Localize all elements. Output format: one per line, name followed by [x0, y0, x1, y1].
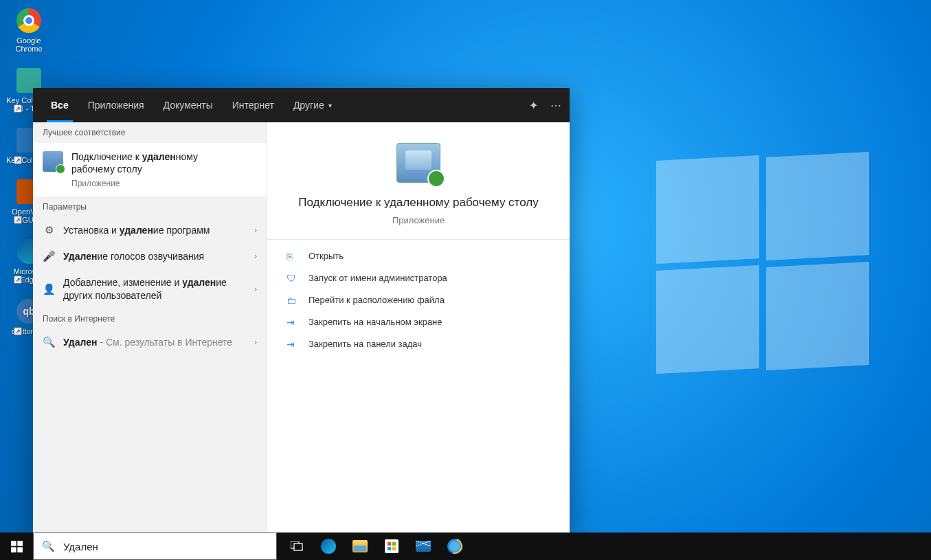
action-pin-taskbar[interactable]: ⇥ Закрепить на панели задач	[267, 333, 570, 355]
gear-icon: ⚙	[43, 224, 55, 236]
chrome-icon	[16, 8, 41, 33]
tab-all[interactable]: Все	[41, 88, 78, 122]
folder-icon	[352, 540, 368, 552]
tab-more[interactable]: Другие▾	[284, 88, 341, 122]
action-file-location[interactable]: 🗀 Перейти к расположению файла	[267, 289, 570, 311]
best-match-item[interactable]: Подключение к удаленному рабочему столу …	[33, 143, 267, 197]
rdp-icon-large	[396, 143, 440, 183]
taskbar-store[interactable]	[376, 533, 407, 560]
preview-pane: Подключение к удаленному рабочему столу …	[267, 122, 570, 533]
feedback-icon[interactable]: ✦	[529, 99, 538, 112]
chevron-down-icon: ▾	[328, 102, 332, 109]
search-panel: Все Приложения Документы Интернет Другие…	[33, 88, 570, 533]
chevron-right-icon: ›	[254, 337, 257, 347]
taskbar-search-box[interactable]: 🔍	[33, 533, 277, 560]
chevron-right-icon: ›	[254, 284, 257, 294]
windows-logo-bg	[656, 158, 876, 378]
action-label: Открыть	[309, 251, 344, 261]
user-icon: 👤	[43, 283, 55, 295]
search-icon: 🔍	[43, 336, 55, 348]
task-view-button[interactable]	[281, 533, 313, 560]
action-label: Перейти к расположению файла	[309, 295, 445, 305]
rdp-icon	[43, 151, 63, 172]
taskbar-edge[interactable]	[313, 533, 344, 560]
svg-rect-1	[17, 541, 23, 546]
chevron-right-icon: ›	[254, 251, 257, 261]
preview-subtitle: Приложение	[392, 215, 445, 225]
ie-icon	[447, 539, 462, 554]
search-results-pane: Лучшее соответствие Подключение к удален…	[33, 122, 267, 533]
taskbar-explorer[interactable]	[344, 533, 376, 560]
action-open[interactable]: ⎘ Открыть	[267, 245, 570, 267]
search-icon: 🔍	[42, 540, 55, 552]
section-best-match: Лучшее соответствие	[33, 122, 267, 143]
pin-icon: ⇥	[287, 317, 298, 328]
settings-item-label: Добавление, изменение и удаление других …	[63, 276, 246, 301]
settings-item-voices[interactable]: 🎤 Удаление голосов озвучивания ›	[33, 243, 267, 269]
shield-icon: 🛡	[287, 273, 298, 284]
more-options-icon[interactable]: ⋯	[550, 99, 561, 112]
action-run-admin[interactable]: 🛡 Запуск от имени администратора	[267, 267, 570, 289]
settings-item-uninstall[interactable]: ⚙ Установка и удаление программ ›	[33, 217, 267, 243]
taskbar-mail[interactable]	[407, 533, 439, 560]
best-match-title: Подключение к удаленному	[71, 151, 198, 162]
web-search-item[interactable]: 🔍 Удален - См. результаты в Интернете ›	[33, 329, 267, 355]
tab-internet[interactable]: Интернет	[223, 88, 284, 122]
preview-actions: ⎘ Открыть 🛡 Запуск от имени администрато…	[267, 239, 570, 361]
taskbar-ie[interactable]	[439, 533, 471, 560]
tab-docs[interactable]: Документы	[154, 88, 223, 122]
folder-icon: 🗀	[287, 295, 298, 306]
action-pin-start[interactable]: ⇥ Закрепить на начальном экране	[267, 311, 570, 333]
web-search-label: Удален - См. результаты в Интернете	[63, 336, 246, 348]
edge-icon	[321, 539, 336, 554]
taskbar: 🔍	[0, 533, 931, 560]
action-label: Запуск от имени администратора	[309, 273, 447, 283]
search-header: Все Приложения Документы Интернет Другие…	[33, 88, 570, 122]
settings-item-label: Удаление голосов озвучивания	[63, 250, 246, 262]
svg-rect-2	[11, 547, 16, 552]
desktop-icon-label: Google Chrome	[4, 36, 54, 53]
windows-icon	[11, 541, 23, 552]
desktop-icon-chrome[interactable]: Google Chrome	[4, 7, 54, 53]
settings-item-label: Установка и удаление программ	[63, 224, 246, 236]
microphone-icon: 🎤	[43, 250, 55, 262]
start-button[interactable]	[0, 533, 33, 560]
store-icon	[385, 539, 399, 553]
settings-item-users[interactable]: 👤 Добавление, изменение и удаление други…	[33, 269, 267, 308]
action-label: Закрепить на панели задач	[309, 339, 422, 349]
tab-apps[interactable]: Приложения	[78, 88, 154, 122]
search-input[interactable]	[63, 541, 268, 552]
preview-title: Подключение к удаленному рабочему столу	[298, 195, 538, 211]
svg-rect-5	[294, 544, 302, 550]
pin-icon: ⇥	[287, 339, 298, 350]
best-match-subtitle: Приложение	[71, 179, 198, 188]
task-view-icon	[291, 541, 303, 551]
section-web: Поиск в Интернете	[33, 309, 267, 329]
open-icon: ⎘	[287, 251, 298, 262]
chevron-right-icon: ›	[254, 225, 257, 235]
svg-rect-0	[11, 541, 16, 546]
action-label: Закрепить на начальном экране	[309, 317, 442, 327]
svg-rect-3	[17, 547, 23, 552]
mail-icon	[416, 541, 431, 552]
section-settings: Параметры	[33, 197, 267, 217]
